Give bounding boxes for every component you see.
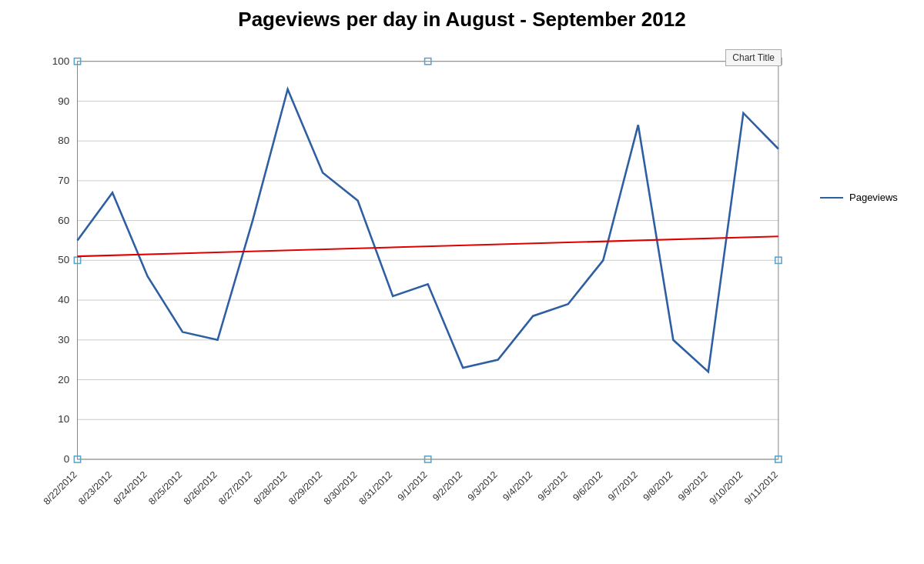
svg-text:70: 70 — [58, 175, 69, 186]
svg-text:9/4/2012: 9/4/2012 — [500, 469, 534, 503]
svg-text:80: 80 — [58, 135, 69, 146]
svg-text:9/6/2012: 9/6/2012 — [571, 469, 604, 503]
svg-text:8/22/2012: 8/22/2012 — [42, 469, 79, 507]
svg-text:8/28/2012: 8/28/2012 — [252, 469, 290, 507]
data-line — [78, 89, 778, 372]
svg-text:9/3/2012: 9/3/2012 — [466, 469, 500, 503]
svg-text:8/30/2012: 8/30/2012 — [322, 469, 360, 507]
svg-text:10: 10 — [58, 413, 69, 425]
svg-text:40: 40 — [58, 294, 69, 305]
svg-text:60: 60 — [58, 215, 69, 226]
svg-text:100: 100 — [52, 55, 69, 67]
svg-text:9/2/2012: 9/2/2012 — [430, 469, 464, 503]
svg-text:30: 30 — [58, 334, 69, 345]
svg-text:90: 90 — [58, 95, 69, 107]
svg-text:9/9/2012: 9/9/2012 — [676, 469, 710, 503]
trend-line — [78, 236, 778, 256]
svg-text:9/8/2012: 9/8/2012 — [641, 469, 675, 503]
chart-main-title: Pageviews per day in August - September … — [238, 8, 685, 32]
svg-text:8/29/2012: 8/29/2012 — [286, 469, 324, 507]
svg-text:20: 20 — [58, 374, 69, 385]
svg-text:9/5/2012: 9/5/2012 — [536, 469, 570, 503]
svg-text:8/31/2012: 8/31/2012 — [357, 469, 394, 507]
chart-svg: 100 90 80 70 60 50 40 30 20 10 0 8/22/20… — [19, 45, 805, 507]
svg-text:9/1/2012: 9/1/2012 — [396, 469, 430, 503]
svg-text:9/11/2012: 9/11/2012 — [742, 469, 780, 507]
chart-legend: Pageviews — [805, 38, 905, 203]
legend-label: Pageviews — [849, 192, 898, 203]
chart-title-box: Chart Title — [725, 49, 782, 66]
svg-text:8/27/2012: 8/27/2012 — [216, 469, 254, 507]
legend-line-icon — [820, 197, 843, 199]
svg-text:0: 0 — [64, 453, 69, 465]
svg-text:8/25/2012: 8/25/2012 — [146, 469, 184, 507]
svg-text:50: 50 — [58, 254, 69, 265]
chart-area: Chart Title 100 90 80 70 60 — [19, 45, 805, 507]
svg-text:8/26/2012: 8/26/2012 — [182, 469, 219, 507]
chart-container: Chart Title 100 90 80 70 60 — [19, 38, 905, 538]
svg-text:9/7/2012: 9/7/2012 — [606, 469, 640, 503]
svg-text:8/24/2012: 8/24/2012 — [112, 469, 149, 507]
legend-item-pageviews: Pageviews — [820, 192, 898, 203]
svg-text:8/23/2012: 8/23/2012 — [76, 469, 114, 507]
svg-text:9/10/2012: 9/10/2012 — [708, 469, 745, 507]
